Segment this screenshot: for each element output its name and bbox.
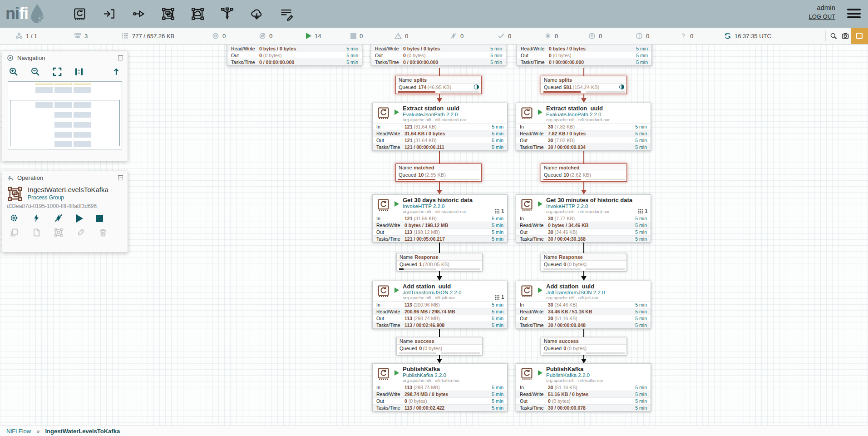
connection-label-success[interactable]: Namesuccess Queued0(0 bytes) (396, 337, 483, 355)
connection-label-splits[interactable]: Namesplits Queued174(46.95 KB) (395, 76, 482, 94)
funnel-icon[interactable] (220, 7, 234, 21)
stat-size: (298.74 MB) (414, 316, 440, 321)
minimap-viewport[interactable] (10, 100, 120, 146)
stat-window: 5 min (487, 229, 507, 235)
stat-window: 5 min (631, 391, 651, 397)
remote-process-group-icon[interactable] (191, 7, 205, 21)
zoom-out-button[interactable] (30, 67, 40, 77)
processor-bundle: org.apache.nifi - nifi-kafka-nar (403, 378, 507, 383)
stat-window: 5 min (487, 216, 507, 221)
breadcrumb-root-link[interactable]: NiFi Flow (6, 428, 31, 435)
nifi-app: nifi admin LOG OUT 1 / 1 3 777 / 657.26 … (0, 0, 868, 436)
nifi-logo: nifi (5, 3, 45, 25)
group-button[interactable] (54, 228, 63, 237)
processor-extract-station-uuid[interactable]: Extract station_uuid EvaluateJsonPath 2.… (516, 103, 651, 151)
stat-label: Read/Write (227, 46, 259, 51)
stat-label: In (516, 124, 548, 129)
queued-size: (154.24 KB) (573, 84, 600, 90)
connection-label-splits[interactable]: Namesplits Queued581(154.24 KB) (541, 76, 627, 94)
navigation-title: Navigation (17, 54, 45, 61)
stat-value: 30 (548, 138, 553, 143)
processor-title: PublishKafka (403, 364, 507, 372)
global-menu-icon[interactable] (847, 9, 861, 20)
stat-label: Tasks/Time (373, 405, 404, 411)
nifi-logo-text: nifi (5, 3, 28, 25)
processor-add-station-uuid[interactable]: Add station_uuid JoltTransformJSON 2.2.0… (372, 281, 508, 329)
stat-label: Read/Write (373, 391, 404, 397)
stop-button[interactable] (96, 215, 103, 222)
connection-name: Response (414, 254, 439, 260)
copy-button[interactable] (10, 228, 19, 237)
label-icon[interactable] (279, 7, 293, 21)
output-port-icon[interactable] (132, 7, 146, 21)
process-group-icon[interactable] (161, 7, 175, 21)
processor-add-station-uuid[interactable]: Add station_uuid JoltTransformJSON 2.2.0… (516, 281, 651, 329)
running-icon (395, 109, 399, 115)
stat-window: 5 min (487, 309, 507, 314)
color-button[interactable] (76, 228, 85, 237)
processor-icon[interactable] (73, 7, 87, 21)
queued-size: (0 bytes) (567, 262, 587, 267)
processor-get-30-days[interactable]: Get 30 days historic data InvokeHTTP 2.2… (372, 194, 508, 243)
processor-type: InvokeHTTP 2.2.0 (546, 203, 651, 209)
connection-label-matched[interactable]: Namematched Queued10(2.62 KB) (541, 164, 627, 182)
minimap[interactable] (8, 81, 122, 149)
status-invalid: 0 (395, 28, 408, 44)
stat-label: Tasks/Time (517, 59, 549, 65)
stat-window: 5 min (487, 138, 507, 143)
processor-bundle: org.apache.nifi - nifi-standard-nar (546, 117, 651, 122)
queued-count: 0 (419, 346, 422, 351)
stat-label: Read/Write (516, 391, 548, 397)
orange-corner-button[interactable] (851, 28, 868, 44)
processor-partial[interactable]: Read/Write0 bytes / 0 bytes 5 min Out0 (… (371, 45, 506, 66)
logout-link[interactable]: LOG OUT (809, 13, 835, 20)
import-flow-icon[interactable] (250, 7, 264, 21)
start-button[interactable] (76, 214, 83, 223)
configure-button[interactable] (10, 213, 19, 223)
connection-label-response[interactable]: NameResponse Queued0(0 bytes) (541, 253, 627, 271)
flow-canvas[interactable]: Read/Write0 bytes / 0 bytes 5 min Out0 (… (0, 45, 868, 426)
stat-value: 0 bytes / 0 bytes (549, 46, 586, 51)
zoom-actual-button[interactable] (74, 67, 84, 77)
stat-value: 121 / 00:05:00.217 (404, 236, 445, 242)
nav-up-button[interactable] (111, 67, 121, 77)
load-balance-icon (474, 84, 479, 89)
processor-title: Extract station_uuid (403, 103, 507, 112)
stat-label: Tasks/Time (516, 322, 548, 328)
enable-button[interactable] (32, 213, 41, 223)
collapse-operation-icon[interactable] (118, 175, 123, 180)
connection-label-response[interactable]: NameResponse Queued1(208.05 KB) (396, 253, 483, 271)
status-not-transmitting: 0 (259, 28, 272, 44)
paste-button[interactable] (32, 228, 41, 237)
collapse-navigation-icon[interactable] (118, 55, 123, 60)
stat-value: 298.74 MB / 0 bytes (404, 391, 448, 397)
processor-publishkafka[interactable]: PublishKafka PublishKafka 2.2.0 org.apac… (372, 363, 508, 411)
status-running: 14 (306, 28, 321, 44)
processor-partial[interactable]: Read/Write0 bytes / 0 bytes 5 min Out0 (… (517, 45, 652, 66)
queued-label: Queued (544, 172, 562, 178)
zoom-fit-button[interactable] (52, 67, 62, 77)
search-icon[interactable] (830, 28, 837, 44)
processor-get-30-minutes[interactable]: Get 30 minutes of historic data InvokeHT… (516, 194, 651, 243)
zoom-in-button[interactable] (9, 67, 19, 77)
stat-value: 200.96 MB / 298.74 MB (404, 309, 455, 314)
stat-value-group: 0 / 00:00:00.000 (259, 59, 342, 65)
processor-extract-station-uuid[interactable]: Extract station_uuid EvaluateJsonPath 2.… (372, 103, 508, 151)
processor-title: Add station_uuid (403, 281, 507, 290)
stat-value: 121 (404, 138, 413, 143)
connection-label-matched[interactable]: Namematched Queued10(2.55 KB) (395, 164, 482, 182)
stat-window: 5 min (487, 385, 507, 390)
disable-button[interactable] (54, 213, 63, 223)
processor-publishkafka[interactable]: PublishKafka PublishKafka 2.2.0 org.apac… (516, 363, 651, 411)
stat-value: 30 (548, 385, 553, 390)
current-user: admin (809, 4, 835, 11)
input-port-icon[interactable] (102, 7, 116, 21)
connection-arrow (581, 98, 587, 103)
camera-icon[interactable] (842, 28, 849, 44)
processor-partial[interactable]: Read/Write0 bytes / 0 bytes 5 min Out0 (… (227, 45, 362, 66)
compass-icon (7, 54, 14, 61)
connection-label-success[interactable]: Namesuccess Queued0(0 bytes) (541, 337, 627, 355)
refresh-icon[interactable] (724, 32, 731, 40)
delete-button[interactable] (99, 228, 108, 237)
stat-size: (7.77 KB) (555, 216, 575, 221)
